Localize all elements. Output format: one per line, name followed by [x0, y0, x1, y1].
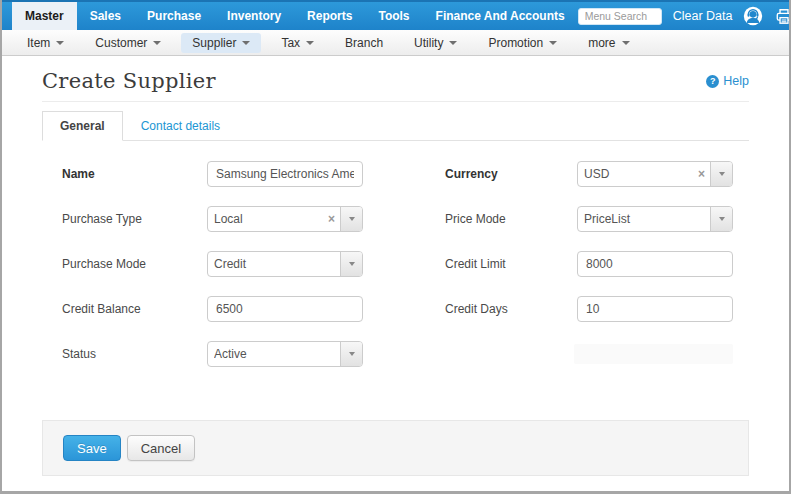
purchase-type-label: Purchase Type	[62, 212, 207, 226]
printer-icon[interactable]	[774, 7, 791, 26]
tab-strip: General Contact details	[42, 111, 749, 141]
topnav-right-cluster: Clear Data	[578, 2, 791, 30]
credit-days-label: Credit Days	[445, 302, 577, 316]
menu-item-label: more	[588, 36, 615, 50]
form-row-empty	[445, 341, 733, 367]
form-action-bar: Save Cancel	[42, 420, 749, 476]
credit-balance-field[interactable]	[207, 296, 363, 322]
top-navigation-bar: Master Sales Purchase Inventory Reports …	[2, 0, 789, 30]
help-icon: ?	[706, 75, 719, 88]
form-row-credit-limit: Credit Limit	[445, 251, 733, 277]
chevron-down-icon	[449, 41, 457, 45]
chevron-down-icon	[622, 41, 630, 45]
menu-item-tax[interactable]: Tax	[270, 33, 325, 53]
form-row-price-mode: Price Mode	[445, 206, 733, 232]
nav-item-finance-and-accounts[interactable]: Finance And Accounts	[423, 2, 578, 30]
help-label: Help	[723, 74, 749, 88]
purchase-mode-combobox[interactable]	[207, 251, 363, 277]
credit-limit-field[interactable]	[577, 251, 733, 277]
dropdown-button[interactable]	[710, 162, 732, 186]
dropdown-button[interactable]	[710, 207, 732, 231]
currency-label: Currency	[445, 167, 577, 181]
chevron-down-icon	[349, 217, 355, 221]
clear-data-link[interactable]: Clear Data	[673, 9, 733, 23]
chevron-down-icon	[349, 262, 355, 266]
menu-item-promotion[interactable]: Promotion	[477, 33, 568, 53]
nav-item-tools[interactable]: Tools	[365, 2, 422, 30]
dropdown-button[interactable]	[340, 342, 362, 366]
help-link[interactable]: ? Help	[706, 74, 749, 88]
chevron-down-icon	[719, 172, 725, 176]
menu-item-branch[interactable]: Branch	[334, 33, 394, 53]
clear-icon[interactable]: ×	[696, 168, 710, 180]
chevron-down-icon	[549, 41, 557, 45]
form-row-purchase-type: Purchase Type ×	[62, 206, 363, 232]
form-row-name: Name	[62, 161, 363, 187]
menu-item-label: Tax	[281, 36, 300, 50]
support-headset-icon[interactable]	[743, 6, 763, 26]
header-divider	[42, 101, 749, 102]
nav-item-inventory[interactable]: Inventory	[214, 2, 294, 30]
nav-item-sales[interactable]: Sales	[77, 2, 134, 30]
name-field[interactable]	[207, 161, 363, 187]
price-mode-value[interactable]	[578, 207, 710, 231]
price-mode-label: Price Mode	[445, 212, 577, 226]
menu-item-more[interactable]: more	[577, 33, 640, 53]
save-button[interactable]: Save	[63, 435, 121, 461]
status-combobox[interactable]	[207, 341, 363, 367]
form-row-purchase-mode: Purchase Mode	[62, 251, 363, 277]
menu-item-label: Supplier	[192, 36, 236, 50]
main-content: Create Supplier ? Help General Contact d…	[2, 69, 789, 386]
credit-limit-label: Credit Limit	[445, 257, 577, 271]
menu-item-supplier[interactable]: Supplier	[181, 33, 261, 53]
purchase-mode-label: Purchase Mode	[62, 257, 207, 271]
chevron-down-icon	[349, 352, 355, 356]
chevron-down-icon	[306, 41, 314, 45]
status-label: Status	[62, 347, 207, 361]
credit-days-field[interactable]	[577, 296, 733, 322]
status-value[interactable]	[208, 342, 340, 366]
form-row-currency: Currency ×	[445, 161, 733, 187]
purchase-mode-value[interactable]	[208, 252, 340, 276]
nav-item-master[interactable]: Master	[12, 2, 77, 30]
price-mode-combobox[interactable]	[577, 206, 733, 232]
nav-item-purchase[interactable]: Purchase	[134, 2, 214, 30]
menu-item-item[interactable]: Item	[16, 33, 75, 53]
currency-combobox[interactable]: ×	[577, 161, 733, 187]
menu-item-label: Utility	[414, 36, 443, 50]
purchase-type-combobox[interactable]: ×	[207, 206, 363, 232]
nav-item-reports[interactable]: Reports	[294, 2, 365, 30]
supplier-form: Name Purchase Type × Purchase Mode	[42, 161, 749, 386]
disabled-field-placeholder	[574, 344, 733, 364]
menu-item-label: Branch	[345, 36, 383, 50]
credit-balance-label: Credit Balance	[62, 302, 207, 316]
menu-search-input[interactable]	[578, 8, 662, 25]
form-row-credit-days: Credit Days	[445, 296, 733, 322]
chevron-down-icon	[153, 41, 161, 45]
menu-item-label: Customer	[95, 36, 147, 50]
chevron-down-icon	[719, 217, 725, 221]
menu-item-label: Promotion	[488, 36, 543, 50]
currency-value[interactable]	[578, 162, 696, 186]
secondary-menu-bar: Item Customer Supplier Tax Branch Utilit…	[2, 30, 789, 56]
app-window: Master Sales Purchase Inventory Reports …	[0, 0, 791, 494]
name-label: Name	[62, 167, 207, 181]
page-title: Create Supplier	[42, 69, 216, 93]
menu-item-utility[interactable]: Utility	[403, 33, 468, 53]
chevron-down-icon	[242, 41, 250, 45]
cancel-button[interactable]: Cancel	[127, 435, 195, 461]
menu-item-label: Item	[27, 36, 50, 50]
form-row-credit-balance: Credit Balance	[62, 296, 363, 322]
menu-item-customer[interactable]: Customer	[84, 33, 172, 53]
chevron-down-icon	[56, 41, 64, 45]
dropdown-button[interactable]	[340, 252, 362, 276]
tab-general[interactable]: General	[42, 111, 123, 141]
clear-icon[interactable]: ×	[326, 213, 340, 225]
form-row-status: Status	[62, 341, 363, 367]
purchase-type-value[interactable]	[208, 207, 326, 231]
tab-contact-details[interactable]: Contact details	[123, 111, 238, 141]
dropdown-button[interactable]	[340, 207, 362, 231]
